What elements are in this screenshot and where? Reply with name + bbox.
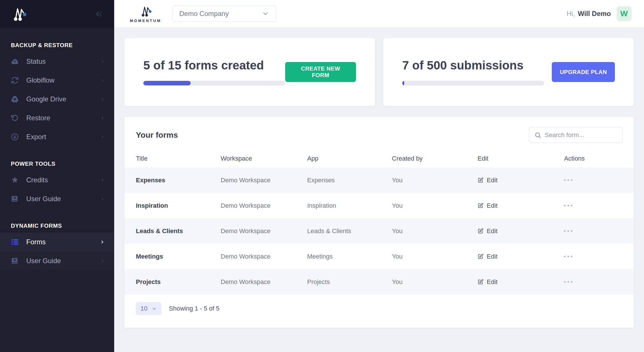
book-icon — [11, 195, 19, 203]
row-actions-menu[interactable] — [564, 256, 575, 257]
avatar[interactable]: W — [617, 6, 631, 21]
edit-link[interactable]: Edit — [478, 278, 564, 286]
form-title-cell: Meetings — [136, 253, 221, 260]
pagination-summary: Showing 1 - 5 of 5 — [169, 305, 219, 312]
your-forms-card: Your forms Title Workspace App Created b… — [124, 117, 634, 328]
chevron-right-icon — [100, 78, 104, 83]
submissions-progress-fill — [402, 81, 404, 85]
edit-label: Edit — [487, 202, 498, 209]
create-new-form-button[interactable]: CREATE NEW FORM — [285, 62, 356, 82]
chevron-down-icon — [262, 10, 269, 17]
search-input[interactable] — [545, 131, 617, 139]
created-by-cell: You — [392, 177, 478, 184]
workspace-cell: Demo Workspace — [221, 202, 307, 209]
stat-cards: 5 of 15 forms created CREATE NEW FORM 7 … — [124, 38, 634, 106]
upgrade-plan-button[interactable]: UPGRADE PLAN — [552, 62, 615, 82]
sidebar-item-status[interactable]: Status — [0, 52, 114, 71]
chevron-right-icon — [100, 116, 104, 120]
edit-link[interactable]: Edit — [478, 227, 564, 235]
momentum-brand: MOMENTUM — [130, 5, 161, 23]
chevron-right-icon — [100, 59, 104, 64]
page-size-select[interactable]: 10 — [136, 302, 161, 315]
workspace-cell: Demo Workspace — [221, 177, 307, 184]
sidebar-item-user-guide-power[interactable]: User Guide — [0, 189, 114, 208]
sidebar-item-restore[interactable]: Restore — [0, 109, 114, 127]
sidebar-item-user-guide-forms[interactable]: User Guide — [0, 251, 114, 270]
section-label-backup-restore: BACKUP & RESTORE — [11, 42, 103, 49]
submissions-progress-bar — [402, 81, 544, 85]
forms-usage-title: 5 of 15 forms created — [143, 59, 285, 72]
chevron-right-icon — [100, 178, 104, 182]
form-title-cell: Expenses — [136, 177, 221, 184]
sidebar-item-label: Forms — [26, 238, 46, 246]
created-by-cell: You — [392, 227, 478, 235]
google-drive-icon — [11, 95, 19, 103]
brand-name: MOMENTUM — [130, 19, 161, 23]
table-row: Leads & Clients Demo Workspace Leads & C… — [124, 218, 634, 244]
sidebar-item-label: Status — [26, 57, 46, 65]
sidebar-item-label: Credits — [26, 176, 48, 184]
search-box — [529, 127, 622, 143]
table-column-headers: Title Workspace App Created by Edit Acti… — [124, 150, 634, 167]
edit-pencil-icon — [478, 279, 484, 285]
chevrons-left-icon — [94, 9, 104, 19]
row-actions-menu[interactable] — [564, 205, 575, 206]
sidebar-collapse-button[interactable] — [94, 9, 104, 19]
sync-icon — [11, 76, 19, 84]
created-by-cell: You — [392, 202, 478, 209]
row-actions-menu[interactable] — [564, 179, 575, 181]
momentum-logo-icon — [139, 5, 152, 17]
chevron-right-icon — [100, 259, 104, 263]
sidebar-item-label: User Guide — [26, 195, 61, 203]
section-label-dynamic-forms: DYNAMIC FORMS — [11, 223, 103, 229]
column-header-edit: Edit — [478, 155, 564, 162]
column-header-title: Title — [136, 155, 221, 162]
form-title-cell: Projects — [136, 278, 221, 286]
sidebar-item-credits[interactable]: Credits — [0, 171, 114, 189]
sidebar-item-label: Export — [26, 133, 46, 141]
row-actions-menu[interactable] — [564, 230, 575, 232]
user-name: Will Demo — [578, 10, 611, 18]
edit-link[interactable]: Edit — [478, 202, 564, 209]
forms-progress-bar — [143, 81, 285, 85]
edit-pencil-icon — [478, 177, 484, 183]
edit-label: Edit — [487, 227, 498, 235]
table-footer: 10 Showing 1 - 5 of 5 — [124, 295, 634, 328]
chevron-right-icon — [100, 97, 104, 101]
workspace-cell: Demo Workspace — [221, 227, 307, 235]
created-by-cell: You — [392, 253, 478, 260]
created-by-cell: You — [392, 278, 478, 286]
edit-link[interactable]: Edit — [478, 177, 564, 184]
sidebar-item-export[interactable]: Export — [0, 127, 114, 146]
table-title: Your forms — [136, 131, 178, 140]
user-area: Hi, Will Demo W — [567, 6, 631, 21]
edit-pencil-icon — [478, 203, 484, 209]
table-row: Meetings Demo Workspace Meetings You Edi… — [124, 244, 634, 269]
submissions-usage-info: 7 of 500 submissions — [402, 59, 544, 85]
sidebar-item-globiflow[interactable]: Globiflow — [0, 71, 114, 90]
sidebar-item-forms[interactable]: Forms — [0, 233, 114, 251]
column-header-app: App — [307, 155, 392, 162]
form-title-cell: Leads & Clients — [136, 227, 221, 235]
app-cell: Meetings — [307, 253, 392, 260]
section-label-power-tools: POWER TOOLS — [11, 161, 103, 167]
sidebar-header — [0, 0, 114, 28]
chevron-right-icon — [100, 135, 104, 139]
page-content: 5 of 15 forms created CREATE NEW FORM 7 … — [114, 28, 644, 352]
submissions-usage-title: 7 of 500 submissions — [402, 59, 544, 72]
row-actions-menu[interactable] — [564, 281, 575, 283]
greeting-prefix: Hi, — [567, 10, 575, 18]
column-header-workspace: Workspace — [221, 155, 307, 162]
sidebar-item-google-drive[interactable]: Google Drive — [0, 90, 114, 109]
edit-pencil-icon — [478, 253, 484, 259]
workspace-cell: Demo Workspace — [221, 253, 307, 260]
workspace-cell: Demo Workspace — [221, 278, 307, 286]
list-icon — [11, 238, 19, 246]
company-selector[interactable]: Demo Company — [172, 6, 276, 22]
column-header-created-by: Created by — [392, 155, 478, 162]
app-cell: Expenses — [307, 177, 392, 184]
table-row: Projects Demo Workspace Projects You Edi… — [124, 269, 634, 295]
edit-pencil-icon — [478, 228, 484, 234]
edit-link[interactable]: Edit — [478, 253, 564, 260]
sidebar-item-label: Google Drive — [26, 95, 66, 103]
